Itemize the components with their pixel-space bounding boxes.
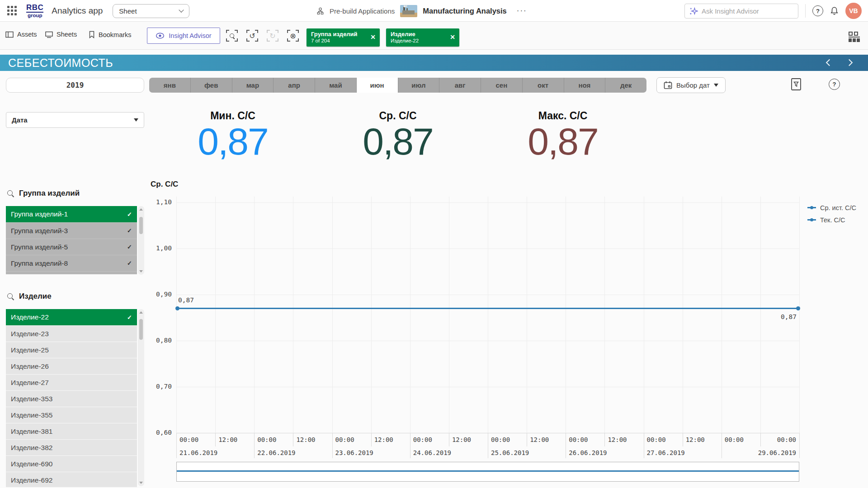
list-item-label: Изделие-355 — [11, 411, 52, 419]
insight-advisor-label: Insight Advisor — [169, 32, 211, 39]
app-screen: RBC group Analytics app Sheet Pre-build … — [0, 0, 868, 488]
list-item[interactable]: Изделие-381 — [6, 423, 137, 439]
date-tick-label: 26.06.2019 — [569, 449, 607, 456]
month-button-окт[interactable]: окт — [523, 78, 564, 93]
list-item[interactable]: Изделие-353 — [6, 390, 137, 407]
list-item[interactable]: Изделие-23 — [6, 325, 137, 342]
user-avatar[interactable]: VB — [845, 3, 862, 19]
selection-chip[interactable]: ИзделиеИзделие-22✕ — [386, 28, 459, 47]
legend-line-icon — [807, 219, 816, 221]
date-picker-button[interactable]: Выбор дат — [656, 77, 726, 93]
chart-plot-area[interactable]: 0,870,87 — [176, 197, 799, 433]
search-icon[interactable] — [7, 190, 14, 197]
more-menu-button[interactable]: ··· — [517, 6, 527, 15]
list-item-label: Изделие-692 — [11, 476, 52, 484]
list-item-label: Изделие-26 — [11, 362, 49, 371]
close-icon[interactable]: ✕ — [450, 33, 455, 41]
list-item[interactable]: Группа изделий-3✓ — [6, 222, 137, 239]
month-button-янв[interactable]: янв — [149, 78, 191, 93]
current-selections-filter-icon[interactable] — [791, 78, 802, 91]
list-item-label: Изделие-22 — [11, 313, 49, 321]
y-tick-label: 0,80 — [148, 337, 172, 344]
scroll-up-icon[interactable] — [139, 311, 143, 314]
sheet-help-icon[interactable]: ? — [829, 79, 840, 90]
group-list: Группа изделий-1✓Группа изделий-3✓Группа… — [6, 206, 144, 275]
notifications-bell-icon[interactable] — [830, 6, 839, 16]
scroll-down-icon[interactable] — [139, 270, 143, 272]
list-item[interactable]: Изделие-692 — [6, 472, 137, 487]
prebuild-applications-link[interactable]: Pre-build Applications — [330, 7, 395, 15]
group-list-scrollbar[interactable] — [138, 206, 144, 275]
y-tick-label: 1,10 — [148, 198, 172, 206]
month-button-дек[interactable]: дек — [605, 78, 646, 93]
date-tick-label: 24.06.2019 — [413, 449, 451, 456]
search-icon — [226, 30, 238, 42]
list-item-label: Изделие-381 — [11, 427, 52, 436]
insight-advisor-eye-icon — [156, 33, 165, 39]
help-icon[interactable]: ? — [812, 5, 823, 16]
list-item[interactable]: Изделие-25 — [6, 342, 137, 358]
scroll-down-icon[interactable] — [139, 482, 143, 484]
calendar-icon — [664, 81, 672, 89]
year-filter[interactable]: 2019 — [6, 78, 144, 93]
previous-sheet-button[interactable] — [826, 59, 833, 66]
chart-title: Ср. С/С — [151, 180, 178, 189]
month-button-фев[interactable]: фев — [191, 78, 232, 93]
time-tick-label: 12:00 — [686, 436, 705, 443]
close-icon[interactable]: ✕ — [370, 33, 376, 41]
month-button-апр[interactable]: апр — [274, 78, 315, 93]
next-sheet-button[interactable] — [846, 59, 853, 66]
legend-item[interactable]: Тек. С/С — [807, 214, 856, 226]
month-button-авг[interactable]: авг — [439, 78, 481, 93]
list-item[interactable]: Группа изделий-8✓ — [6, 255, 137, 271]
nav-sheets[interactable]: Sheets — [45, 31, 77, 38]
list-item[interactable]: Изделие-22✓ — [6, 309, 137, 325]
list-item[interactable]: Изделие-382 — [6, 439, 137, 455]
time-tick-label: 12:00 — [374, 436, 393, 443]
nav-assets[interactable]: Assets — [5, 31, 37, 38]
date-filter-dropdown[interactable]: Дата — [6, 112, 144, 128]
time-tick-label: 00:00 — [335, 436, 354, 443]
list-item[interactable]: Группа изделий-1✓ — [6, 206, 137, 222]
series-line — [176, 308, 799, 309]
step-back-selection-button[interactable]: ↺ — [246, 30, 258, 42]
nav-bookmarks[interactable]: Bookmarks — [89, 31, 132, 38]
sheet-selector-dropdown[interactable]: Sheet — [113, 4, 189, 18]
scrollbar-thumb[interactable] — [139, 319, 143, 340]
month-button-июн[interactable]: июн — [357, 78, 398, 93]
list-item[interactable]: Изделие-355 — [6, 407, 137, 423]
chevron-down-icon — [179, 7, 184, 12]
assets-icon — [5, 31, 14, 38]
month-button-мар[interactable]: мар — [232, 78, 274, 93]
scroll-up-icon[interactable] — [139, 208, 143, 211]
list-item[interactable]: Изделие-27 — [6, 374, 137, 390]
search-icon[interactable] — [7, 293, 14, 300]
insight-advisor-button[interactable]: Insight Advisor — [147, 28, 220, 44]
y-tick-label: 0,90 — [148, 291, 172, 298]
app-launcher-icon[interactable] — [7, 6, 17, 16]
sheet-grid-icon[interactable] — [849, 32, 860, 42]
date-tick-label: 27.06.2019 — [647, 449, 685, 456]
toolbar: Assets Sheets Bookmarks — [0, 22, 868, 50]
scrollbar-thumb[interactable] — [139, 217, 143, 234]
sheet-title-bar: СЕБЕСТОИМОСТЬ — [0, 55, 868, 71]
sheet-title: СЕБЕСТОИМОСТЬ — [8, 56, 113, 70]
chart-navigator[interactable] — [176, 462, 799, 482]
list-item[interactable]: Группа изделий-5✓ — [6, 239, 137, 255]
smart-search-selections-button[interactable] — [226, 30, 238, 42]
month-button-май[interactable]: май — [315, 78, 357, 93]
month-button-сен[interactable]: сен — [481, 78, 523, 93]
insight-advisor-search[interactable] — [684, 4, 798, 19]
list-item[interactable]: Изделие-690 — [6, 455, 137, 472]
clear-all-selections-button[interactable]: ⊗ — [287, 30, 299, 42]
list-item-label: Изделие-25 — [11, 346, 49, 354]
legend-item[interactable]: Ср. ист. С/С — [807, 202, 856, 214]
search-input[interactable] — [702, 7, 793, 15]
month-button-июл[interactable]: июл — [398, 78, 440, 93]
list-item-label: Изделие-23 — [11, 330, 49, 338]
product-list-scrollbar[interactable] — [138, 309, 144, 486]
month-button-ноя[interactable]: ноя — [564, 78, 606, 93]
list-item[interactable]: Изделие-26 — [6, 358, 137, 374]
selection-chip[interactable]: Группа изделий7 of 204✕ — [307, 28, 380, 47]
time-tick-label: 00:00 — [760, 436, 796, 443]
